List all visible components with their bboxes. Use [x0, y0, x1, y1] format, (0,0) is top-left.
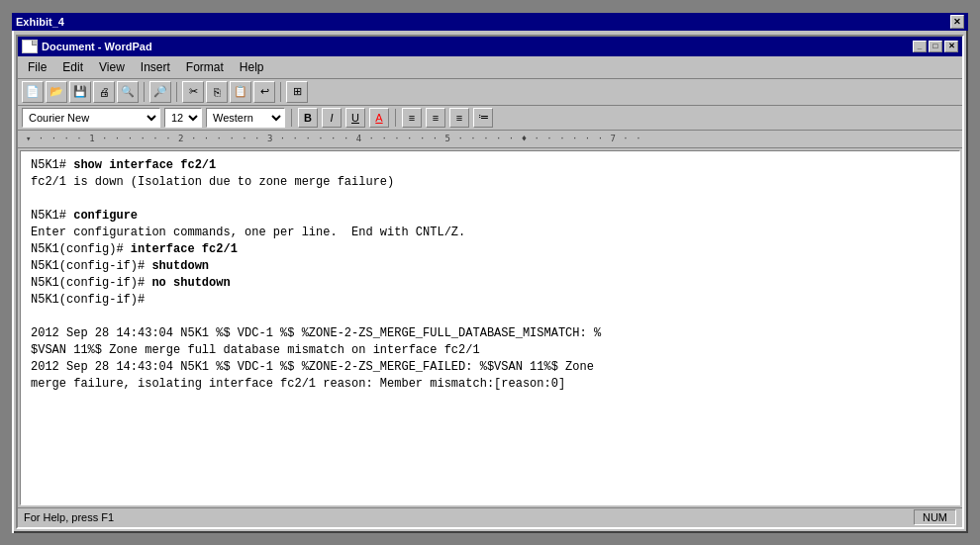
- menu-format[interactable]: Format: [178, 58, 232, 76]
- close-button[interactable]: ✕: [944, 41, 958, 52]
- line-13: 2012 Sep 28 14:43:04 N5K1 %$ VDC-1 %$ %Z…: [31, 359, 949, 376]
- insert-object-button[interactable]: ⊞: [286, 81, 308, 103]
- font-select[interactable]: Courier New: [22, 108, 160, 128]
- outer-title-left: Exhibit_4: [16, 16, 64, 28]
- line-1: N5K1# show interface fc2/1: [31, 157, 949, 174]
- line-8: N5K1(config-if)# no shutdown: [31, 275, 949, 292]
- cut-button[interactable]: ✂: [182, 81, 204, 103]
- format-separator-2: [395, 109, 396, 127]
- line-5: Enter configuration commands, one per li…: [31, 225, 949, 241]
- menu-help[interactable]: Help: [232, 58, 272, 76]
- text-area[interactable]: N5K1# show interface fc2/1 fc2/1 is down…: [20, 150, 960, 505]
- print-preview-button[interactable]: 🔍: [117, 81, 139, 103]
- line-6: N5K1(config)# interface fc2/1: [31, 241, 949, 258]
- find-button[interactable]: 🔎: [149, 81, 171, 103]
- inner-window-title: Document - WordPad: [42, 41, 152, 52]
- undo-button[interactable]: ↩: [253, 81, 275, 103]
- menu-insert[interactable]: Insert: [133, 58, 178, 76]
- paste-button[interactable]: 📋: [230, 81, 251, 103]
- line-7: N5K1(config-if)# shutdown: [31, 258, 949, 275]
- inner-title-left: Document - WordPad: [22, 40, 152, 53]
- line-4: N5K1# configure: [31, 208, 949, 225]
- status-help-text: For Help, press F1: [24, 511, 114, 523]
- outer-close-button[interactable]: ✕: [950, 15, 964, 29]
- line-10: [31, 309, 949, 325]
- line-2: fc2/1 is down (Isolation due to zone mer…: [31, 174, 949, 191]
- bold-button[interactable]: B: [298, 108, 318, 128]
- size-select[interactable]: 12: [164, 108, 202, 128]
- print-button[interactable]: 🖨: [93, 81, 115, 103]
- toolbar-separator-2: [176, 82, 177, 102]
- minimize-button[interactable]: _: [913, 41, 927, 52]
- format-separator-1: [291, 109, 292, 127]
- ruler: ▾ · · · · 1 · · · · · · 2 · · · · · · 3 …: [18, 131, 962, 148]
- menu-view[interactable]: View: [91, 58, 133, 76]
- charset-select[interactable]: Western: [206, 108, 285, 128]
- menu-edit[interactable]: Edit: [54, 58, 91, 76]
- toolbar-separator-3: [280, 82, 281, 102]
- open-button[interactable]: 📂: [46, 81, 67, 103]
- document-icon: [22, 40, 38, 53]
- color-button[interactable]: A: [369, 108, 389, 128]
- inner-titlebar: Document - WordPad _ □ ✕: [18, 37, 962, 56]
- line-14: merge failure, isolating interface fc2/1…: [31, 376, 949, 393]
- italic-button[interactable]: I: [322, 108, 342, 128]
- align-right-button[interactable]: ≡: [449, 108, 469, 128]
- save-button[interactable]: 💾: [69, 81, 91, 103]
- format-bar: Courier New 12 Western B I U A ≡ ≡ ≡ ≔: [18, 106, 962, 131]
- outer-titlebar: Exhibit_4 ✕: [12, 13, 968, 31]
- align-center-button[interactable]: ≡: [426, 108, 445, 128]
- toolbar: 📄 📂 💾 🖨 🔍 🔎 ✂ ⎘ 📋 ↩ ⊞: [18, 79, 962, 106]
- menubar: File Edit View Insert Format Help: [18, 56, 962, 79]
- line-3: [31, 191, 949, 208]
- new-button[interactable]: 📄: [22, 81, 44, 103]
- outer-window: Exhibit_4 ✕ Document - WordPad _ □ ✕ Fil…: [10, 11, 970, 535]
- underline-button[interactable]: U: [345, 108, 365, 128]
- menu-file[interactable]: File: [20, 58, 54, 76]
- inner-window: Document - WordPad _ □ ✕ File Edit View …: [16, 35, 964, 529]
- line-12: $VSAN 11%$ Zone merge full database mism…: [31, 342, 949, 359]
- maximize-button[interactable]: □: [929, 41, 942, 52]
- outer-window-title: Exhibit_4: [16, 16, 64, 28]
- align-left-button[interactable]: ≡: [402, 108, 422, 128]
- toolbar-separator-1: [144, 82, 145, 102]
- statusbar: For Help, press F1 NUM: [18, 507, 962, 527]
- num-indicator: NUM: [914, 509, 956, 525]
- line-9: N5K1(config-if)#: [31, 292, 949, 309]
- line-11: 2012 Sep 28 14:43:04 N5K1 %$ VDC-1 %$ %Z…: [31, 325, 949, 342]
- copy-button[interactable]: ⎘: [206, 81, 228, 103]
- inner-title-buttons: _ □ ✕: [913, 41, 958, 52]
- bullet-button[interactable]: ≔: [473, 108, 493, 128]
- ruler-content: ▾ · · · · 1 · · · · · · 2 · · · · · · 3 …: [26, 134, 642, 143]
